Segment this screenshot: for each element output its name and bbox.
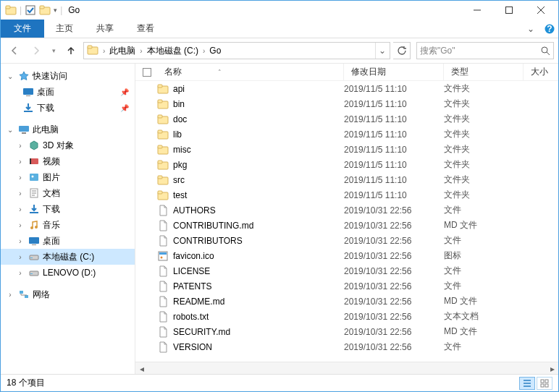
tab-share[interactable]: 共享 <box>85 20 125 38</box>
sidebar-item-this-pc[interactable]: ⌄此电脑 <box>1 122 135 137</box>
sidebar-item-pictures[interactable]: ›图片 <box>1 169 135 185</box>
maximize-button[interactable] <box>493 1 525 20</box>
sidebar-item-music[interactable]: ›音乐 <box>1 217 135 233</box>
file-date: 2019/11/5 11:10 <box>344 84 444 94</box>
file-icon <box>157 235 169 247</box>
scroll-left-icon[interactable]: ◂ <box>135 362 148 375</box>
file-row[interactable]: CONTRIBUTORS2019/10/31 22:56文件 <box>135 233 558 248</box>
file-row[interactable]: lib2019/11/5 11:10文件夹 <box>135 127 558 142</box>
file-type: 文件夹 <box>444 82 524 95</box>
file-row[interactable]: favicon.ico2019/10/31 22:56图标 <box>135 248 558 263</box>
sidebar-item-downloads[interactable]: 下载📌 <box>1 100 135 116</box>
select-all-checkbox[interactable] <box>143 68 151 77</box>
file-type: 文件夹 <box>444 189 524 201</box>
horizontal-scrollbar[interactable]: ◂ ▸ <box>135 362 558 374</box>
file-name: AUTHORS <box>173 205 344 216</box>
help-icon[interactable]: ? <box>541 20 558 38</box>
chevron-right-icon[interactable]: › <box>101 47 106 55</box>
file-type: 文件 <box>444 280 524 292</box>
file-row[interactable]: test2019/11/5 11:10文件夹 <box>135 187 558 203</box>
file-type: MD 文件 <box>444 219 524 231</box>
folder-icon <box>157 83 169 95</box>
file-row[interactable]: pkg2019/11/5 11:10文件夹 <box>135 157 558 172</box>
sidebar-item-downloads-2[interactable]: ›下载 <box>1 201 135 217</box>
desktop-icon <box>22 86 34 98</box>
file-row[interactable]: VERSION2019/10/31 22:56文件 <box>135 339 558 354</box>
address-dropdown-icon[interactable]: ⌄ <box>375 43 388 59</box>
sidebar-item-videos[interactable]: ›视频 <box>1 153 135 169</box>
sidebar-item-local-c[interactable]: ›本地磁盘 (C:) <box>1 249 135 265</box>
file-row[interactable]: robots.txt2019/10/31 22:56文本文档 <box>135 309 558 324</box>
svg-text:?: ? <box>547 24 552 34</box>
sidebar-item-desktop-2[interactable]: ›桌面 <box>1 233 135 249</box>
sidebar-item-documents[interactable]: ›文档 <box>1 185 135 201</box>
up-button[interactable] <box>62 41 80 60</box>
svg-rect-47 <box>158 191 162 194</box>
breadcrumb-this-pc[interactable]: 此电脑 <box>106 43 138 59</box>
file-date: 2019/11/5 11:10 <box>344 190 444 200</box>
sidebar-item-desktop[interactable]: 桌面📌 <box>1 84 135 100</box>
file-row[interactable]: AUTHORS2019/10/31 22:56文件 <box>135 203 558 218</box>
file-name: lib <box>173 129 344 140</box>
file-type: 文件夹 <box>444 158 524 171</box>
svg-rect-15 <box>22 132 26 134</box>
chevron-right-icon[interactable]: › <box>138 47 143 55</box>
svg-rect-25 <box>32 244 36 245</box>
file-date: 2019/10/31 22:56 <box>344 327 444 337</box>
file-row[interactable]: misc2019/11/5 11:10文件夹 <box>135 142 558 157</box>
breadcrumb-local-c[interactable]: 本地磁盘 (C:) <box>144 43 201 59</box>
back-button[interactable] <box>5 41 24 60</box>
minimize-button[interactable] <box>461 1 493 20</box>
search-input[interactable]: 搜索"Go" <box>416 42 554 59</box>
file-date: 2019/10/31 22:56 <box>344 205 444 216</box>
file-date: 2019/11/5 11:10 <box>344 129 444 140</box>
recent-dropdown-icon[interactable]: ▾ <box>49 41 59 60</box>
column-header-date[interactable]: 修改日期 <box>344 64 444 80</box>
svg-rect-51 <box>541 380 544 383</box>
sidebar-item-3d-objects[interactable]: ›3D 对象 <box>1 137 135 153</box>
sidebar-item-quick-access[interactable]: ⌄快速访问 <box>1 68 135 84</box>
file-icon <box>157 281 169 292</box>
close-button[interactable] <box>525 1 557 20</box>
checkbox-icon[interactable] <box>25 4 36 16</box>
file-row[interactable]: doc2019/11/5 11:10文件夹 <box>135 111 558 127</box>
pin-icon: 📌 <box>120 104 129 112</box>
tab-home[interactable]: 主页 <box>44 20 85 38</box>
file-date: 2019/10/31 22:56 <box>344 221 444 231</box>
qat-dropdown-icon[interactable]: ▾ <box>54 7 57 14</box>
file-row[interactable]: CONTRIBUTING.md2019/10/31 22:56MD 文件 <box>135 218 558 233</box>
sidebar-item-network[interactable]: ›网络 <box>1 286 135 302</box>
column-header-type[interactable]: 类型 <box>444 64 524 80</box>
file-row[interactable]: src2019/11/5 11:10文件夹 <box>135 172 558 187</box>
ribbon-expand-icon[interactable]: ⌄ <box>521 20 541 38</box>
file-row[interactable]: bin2019/11/5 11:10文件夹 <box>135 96 558 111</box>
chevron-right-icon[interactable]: › <box>201 47 206 55</box>
sidebar-item-lenovo-d[interactable]: ›LENOVO (D:) <box>1 265 135 281</box>
breadcrumb-go[interactable]: Go <box>206 43 224 59</box>
file-date: 2019/10/31 22:56 <box>344 281 444 291</box>
file-row[interactable]: SECURITY.md2019/10/31 22:56MD 文件 <box>135 324 558 339</box>
column-header-name[interactable]: 名称˄ <box>157 64 344 80</box>
forward-button[interactable] <box>27 41 46 60</box>
qat-folder-icon[interactable] <box>39 4 51 16</box>
file-date: 2019/11/5 11:10 <box>344 175 444 185</box>
icons-view-button[interactable] <box>537 377 552 390</box>
file-row[interactable]: README.md2019/10/31 22:56MD 文件 <box>135 294 558 309</box>
tab-file[interactable]: 文件 <box>1 20 44 38</box>
ribbon-tabs: 文件 主页 共享 查看 ⌄ ? <box>1 20 558 38</box>
refresh-button[interactable] <box>393 42 411 59</box>
file-row[interactable]: LICENSE2019/10/31 22:56文件 <box>135 263 558 278</box>
column-header-size[interactable]: 大小 <box>524 64 558 80</box>
file-type: 文件夹 <box>444 128 524 140</box>
svg-rect-37 <box>158 115 162 118</box>
file-row[interactable]: PATENTS2019/10/31 22:56文件 <box>135 278 558 294</box>
file-name: misc <box>173 145 344 155</box>
search-icon[interactable] <box>540 46 550 56</box>
cube-icon <box>28 140 40 151</box>
file-row[interactable]: api2019/11/5 11:10文件夹 <box>135 81 558 96</box>
scroll-right-icon[interactable]: ▸ <box>546 362 558 375</box>
file-icon <box>157 311 169 323</box>
details-view-button[interactable] <box>519 377 535 390</box>
tab-view[interactable]: 查看 <box>125 20 166 38</box>
address-bar[interactable]: › 此电脑 › 本地磁盘 (C:) › Go ⌄ <box>83 42 390 59</box>
